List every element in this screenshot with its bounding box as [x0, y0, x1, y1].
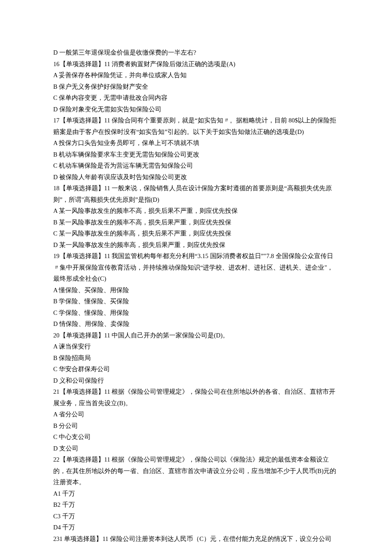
text-line: D 保险对象变化无需如实告知保险公司 — [53, 104, 339, 115]
text-line: D 某一风险事故发生的频率高，损失后果严重，则应优先投保 — [53, 239, 339, 251]
text-line: D 支公司 — [53, 443, 339, 454]
text-line: A 某一风险事故发生的频率不高，损失后果不严重，则应优先投保 — [53, 205, 339, 217]
text-line: 21【单项选择题】11 根据《保险公司管理规定》，保险公司在住所地以外的各省、自… — [53, 386, 339, 409]
text-line: D 义和公司保险行 — [53, 375, 339, 386]
text-line: B 保户无义务保护好保险财产安全 — [53, 81, 339, 93]
text-line: B 某一风险事故发生的频率不高，损失后果严重，则应优先投保 — [53, 217, 339, 228]
text-line: A 谏当保安行 — [53, 341, 339, 352]
text-line: C 中心支公司 — [53, 431, 339, 443]
text-line: D 一般第三年退保现金价值是收缴保费的一半左右? — [53, 47, 339, 58]
text-line: B2 千万 — [53, 499, 339, 511]
text-line: B 分公司 — [53, 420, 339, 432]
text-line: 231 单项选择题】11 保险公司注册资本到达人民币（C）元，在偿付能力充足的情… — [53, 533, 339, 545]
text-line: B 机动车辆保险要求车主变更无需告知保险公司更改 — [53, 149, 339, 160]
document-body: D 一般第三年退保现金价值是收缴保费的一半左右?16【单项选择题】11 消费者购… — [53, 47, 339, 544]
text-line: C 华安合群保寿公司 — [53, 363, 339, 375]
text-line: A 懂保险、买保险、用保险 — [53, 285, 339, 296]
text-line: 16【单项选择题】11 消费者购置财产保险后做法正确的选项是(A) — [53, 58, 339, 70]
text-line: 19【单项选择题】11 我国监管机构每年都充分利用“3.15 国际消费者权益日”… — [53, 250, 339, 285]
text-line: A 妥善保存各种保险凭证，并向单位或家人告知 — [53, 70, 339, 81]
text-line: C 学保险、懂保险、用保险 — [53, 307, 339, 319]
text-line: D 情保险、用保险、卖保险 — [53, 318, 339, 330]
text-line: C 机动车辆保险是否为营运车辆无需告知保险公司 — [53, 160, 339, 171]
text-line: 18【单项选择题】11 一般来说，保险销售人员在设计保险方案时遵循的首要原则是“… — [53, 183, 339, 205]
text-line: A1 千万 — [53, 488, 339, 500]
text-line: B 学保险、懂保险、买保险 — [53, 296, 339, 307]
text-line: 17【单项选择题】11 保险合同有个重要原则，就是“如实告知〃。据粗略统计，目前… — [53, 115, 339, 137]
text-line: C 保单内容变更，无需申请批改合同内容 — [53, 92, 339, 104]
text-line: 20【单项选择题】11 中国人自己开办的第一家保险公司是(D)。 — [53, 330, 339, 341]
text-line: C 某一风险事故发生的频率高，损失后果不严重，则应优先投保 — [53, 228, 339, 239]
text-line: D 被保险人年龄有误应该及时告知保险公司更改 — [53, 171, 339, 183]
text-line: B 保险招商局 — [53, 352, 339, 364]
text-line: 22【单项选择题】11 根据《保险公司管理规定》，保险公司以《保险法》规定的最低… — [53, 454, 339, 488]
text-line: C3 千万 — [53, 511, 339, 522]
text-line: A 省分公司 — [53, 409, 339, 420]
text-line: A 投保方口头告知业务员即可，保单上可不填就不填 — [53, 137, 339, 149]
text-line: D4 千万 — [53, 522, 339, 533]
